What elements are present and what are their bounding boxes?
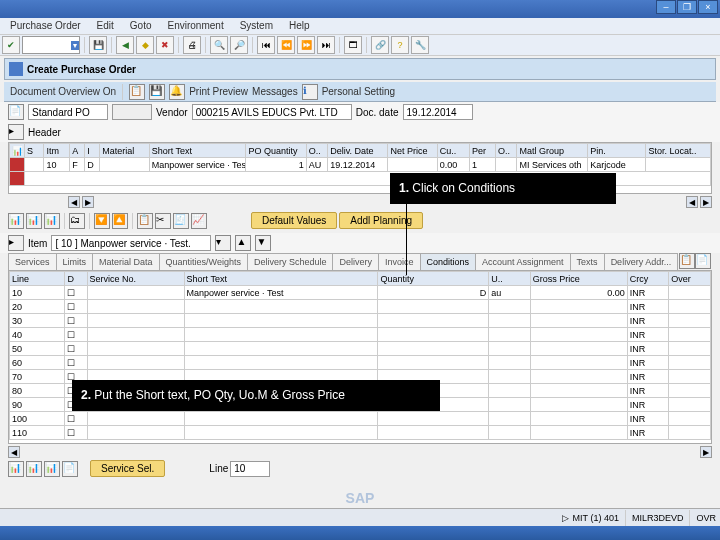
find-next-icon[interactable]: 🔎 xyxy=(230,36,248,54)
command-field[interactable] xyxy=(22,36,80,54)
item-down-icon[interactable]: ▼ xyxy=(255,235,271,251)
addl-planning-button[interactable]: Addl Planning xyxy=(339,212,423,229)
close-button[interactable]: × xyxy=(698,0,718,14)
service-sel-button[interactable]: Service Sel. xyxy=(90,460,165,477)
menu-purchase-order[interactable]: Purchase Order xyxy=(2,18,89,34)
service-row[interactable]: 20☐INR xyxy=(10,300,711,314)
table-ico-1[interactable]: 📊 xyxy=(8,213,24,229)
item-up-icon[interactable]: ▲ xyxy=(235,235,251,251)
cell-qty[interactable]: 1 xyxy=(246,158,306,172)
svc-ico-3[interactable]: 📊 xyxy=(44,461,60,477)
line-field[interactable]: 10 xyxy=(230,461,270,477)
cell-cper[interactable]: 0.00 xyxy=(437,158,469,172)
messages-button[interactable]: Messages xyxy=(252,86,298,97)
svc-ico-2[interactable]: 📊 xyxy=(26,461,42,477)
item-row-1[interactable]: 10 F D Manpower service · Test 1 AU 19.1… xyxy=(10,158,711,172)
scroll-right-icon[interactable]: ▶ xyxy=(82,196,94,208)
exit-icon[interactable]: ◆ xyxy=(136,36,154,54)
tab-services[interactable]: Services xyxy=(8,253,57,270)
service-row[interactable]: 100☐INR xyxy=(10,412,711,426)
service-row[interactable]: 60☐INR xyxy=(10,356,711,370)
sort-icon[interactable]: 🔼 xyxy=(112,213,128,229)
doc-date-field[interactable]: 19.12.2014 xyxy=(403,104,473,120)
tabs-close-icon[interactable]: 📄 xyxy=(695,253,711,269)
scroll-right2-icon[interactable]: ▶ xyxy=(700,196,712,208)
vendor-field[interactable]: 000215 AVILS EDUCS Pvt. LTD xyxy=(192,104,352,120)
item-select-field[interactable]: [ 10 ] Manpower service · Test. xyxy=(51,235,211,251)
default-values-button[interactable]: Default Values xyxy=(251,212,337,229)
create-session-icon[interactable]: 🗔 xyxy=(344,36,362,54)
cell-date[interactable]: 19.12.2014 xyxy=(328,158,388,172)
cell-itm[interactable]: 10 xyxy=(44,158,70,172)
doc-overview-button[interactable]: Document Overview On xyxy=(10,86,116,97)
order-type-dd[interactable] xyxy=(112,104,152,120)
back-arrow-icon[interactable]: ◀ xyxy=(116,36,134,54)
hold-icon[interactable]: 💾 xyxy=(149,84,165,100)
find-icon[interactable]: 🔍 xyxy=(210,36,228,54)
doc-icon[interactable]: 📋 xyxy=(129,84,145,100)
menu-system[interactable]: System xyxy=(232,18,281,34)
cell-pln[interactable]: Karjcode xyxy=(588,158,646,172)
last-page-icon[interactable]: ⏭ xyxy=(317,36,335,54)
scroll-left-icon[interactable]: ◀ xyxy=(68,196,80,208)
menu-help[interactable]: Help xyxy=(281,18,318,34)
service-row[interactable]: 10☐Manpower service · TestDau0.00INR xyxy=(10,286,711,300)
maximize-button[interactable]: ❐ xyxy=(677,0,697,14)
minimize-button[interactable]: – xyxy=(656,0,676,14)
order-type-icon[interactable]: 📄 xyxy=(8,104,24,120)
config-icon[interactable]: 🧾 xyxy=(173,213,189,229)
back-icon[interactable]: ✔ xyxy=(2,36,20,54)
copy-icon[interactable]: 📋 xyxy=(137,213,153,229)
status-triangle-icon[interactable]: ▷ xyxy=(562,513,569,523)
item-dropdown-icon[interactable]: ▾ xyxy=(215,235,231,251)
service-row[interactable]: 40☐INR xyxy=(10,328,711,342)
tab-qty-weights[interactable]: Quantities/Weights xyxy=(159,253,248,270)
service-row[interactable]: 110☐INR xyxy=(10,426,711,440)
first-page-icon[interactable]: ⏮ xyxy=(257,36,275,54)
expand-header-icon[interactable]: ▸ xyxy=(8,124,24,140)
customize-icon[interactable]: 🔧 xyxy=(411,36,429,54)
svc-scroll-left-icon[interactable]: ◀ xyxy=(8,446,20,458)
tab-deliv-sched[interactable]: Delivery Schedule xyxy=(247,253,334,270)
order-type-field[interactable]: Standard PO xyxy=(28,104,108,120)
shortcut-icon[interactable]: 🔗 xyxy=(371,36,389,54)
menu-environment[interactable]: Environment xyxy=(160,18,232,34)
menu-goto[interactable]: Goto xyxy=(122,18,160,34)
item-expand-icon[interactable]: ▸ xyxy=(8,235,24,251)
svc-ico-4[interactable]: 📄 xyxy=(62,461,78,477)
tabs-more-icon[interactable]: 📋 xyxy=(679,253,695,269)
table-ico-4[interactable]: 🗂 xyxy=(69,213,85,229)
tab-invoice[interactable]: Invoice xyxy=(378,253,421,270)
tab-acct-assign[interactable]: Account Assignment xyxy=(475,253,571,270)
cancel-icon[interactable]: ✖ xyxy=(156,36,174,54)
filter-icon[interactable]: 🔽 xyxy=(94,213,110,229)
print-preview-button[interactable]: Print Preview xyxy=(189,86,248,97)
info-icon[interactable]: ℹ xyxy=(302,84,318,100)
cell-per[interactable]: 1 xyxy=(470,158,496,172)
tab-material-data[interactable]: Material Data xyxy=(92,253,160,270)
save-icon[interactable]: 💾 xyxy=(89,36,107,54)
table-ico-3[interactable]: 📊 xyxy=(44,213,60,229)
help-icon[interactable]: ? xyxy=(391,36,409,54)
cell-matlgrp[interactable]: MI Services oth xyxy=(517,158,588,172)
print-icon[interactable]: 🖨 xyxy=(183,36,201,54)
cut-icon[interactable]: ✂ xyxy=(155,213,171,229)
cell-uom[interactable]: AU xyxy=(306,158,328,172)
service-row[interactable]: 30☐INR xyxy=(10,314,711,328)
graph-icon[interactable]: 📈 xyxy=(191,213,207,229)
tab-texts[interactable]: Texts xyxy=(570,253,605,270)
header-expand-label[interactable]: Header xyxy=(28,127,61,138)
cell-a[interactable]: F xyxy=(70,158,85,172)
menu-edit[interactable]: Edit xyxy=(89,18,122,34)
svc-ico-1[interactable]: 📊 xyxy=(8,461,24,477)
next-page-icon[interactable]: ⏩ xyxy=(297,36,315,54)
scroll-left2-icon[interactable]: ◀ xyxy=(686,196,698,208)
prev-page-icon[interactable]: ⏪ xyxy=(277,36,295,54)
check-icon[interactable]: 🔔 xyxy=(169,84,185,100)
tab-delivery[interactable]: Delivery xyxy=(332,253,379,270)
svc-scroll-right-icon[interactable]: ▶ xyxy=(700,446,712,458)
tab-conditions[interactable]: Conditions xyxy=(420,253,477,270)
cell-i[interactable]: D xyxy=(85,158,100,172)
personal-setting-button[interactable]: Personal Setting xyxy=(322,86,395,97)
tab-deliv-addr[interactable]: Delivery Addr... xyxy=(604,253,679,270)
